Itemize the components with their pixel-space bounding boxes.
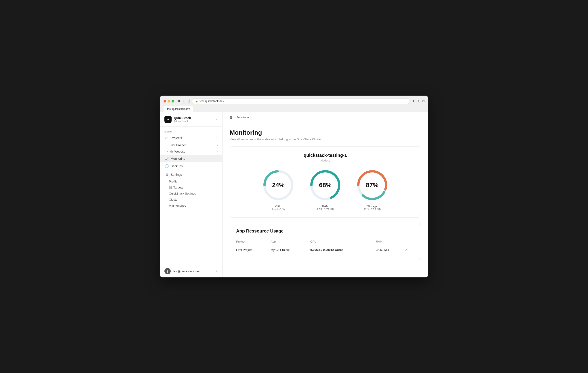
usage-title: App Ressource Usage xyxy=(236,228,414,234)
ram-gauge: 68% xyxy=(308,168,342,202)
brand-name: QuickStack xyxy=(174,116,191,120)
cpu-gauge: 24% xyxy=(262,168,295,202)
row-app: My Git Project xyxy=(271,245,310,254)
menu-section-label: Menu xyxy=(160,127,222,134)
dot-icon: • xyxy=(167,144,168,146)
brand-icon: ✦ xyxy=(164,116,172,123)
col-cpu: CPU xyxy=(310,238,376,245)
ram-name: RAM xyxy=(322,205,329,208)
cpu-center-text: 24% xyxy=(272,182,285,188)
first-project-label: First Project xyxy=(169,143,186,147)
tabs-button[interactable]: ⧉ xyxy=(422,99,424,104)
usage-card: App Ressource Usage Project App CPU RAM xyxy=(230,223,421,260)
browser-chrome: ⊞ ‹ › 🔒 test.quickstack.dev ⬆ ＋ ⧉ test.q… xyxy=(160,96,428,112)
external-link-icon[interactable]: ↗ xyxy=(405,248,407,251)
breadcrumb-separator: / xyxy=(234,116,235,119)
address-bar[interactable]: 🔒 test.quickstack.dev xyxy=(192,98,409,104)
user-info: j test@quickstack.dev xyxy=(164,268,200,274)
storage-name: Storage xyxy=(367,205,377,208)
sidebar-toggle-button[interactable]: ⊞ xyxy=(177,99,180,103)
sidebar-item-profile[interactable]: Profile xyxy=(160,178,222,185)
ram-metric: 68% RAM 2.55 / 3.73 GB xyxy=(308,168,342,211)
user-initial: j xyxy=(167,269,168,273)
page-subtitle: View all resources of the nodes which be… xyxy=(230,138,421,141)
sidebar-item-first-project[interactable]: • First Project › xyxy=(160,142,222,148)
url-text: test.quickstack.dev xyxy=(200,99,224,103)
row-cpu: 0.006% / 0.00012 Cores xyxy=(310,245,376,254)
back-button[interactable]: ‹ xyxy=(183,99,185,104)
new-tab-button[interactable]: ＋ xyxy=(417,99,420,104)
user-avatar: j xyxy=(164,268,171,274)
close-button[interactable] xyxy=(164,100,166,103)
user-email: test@quickstack.dev xyxy=(173,269,200,273)
browser-tab[interactable]: test.quickstack.dev xyxy=(164,106,193,112)
traffic-lights xyxy=(164,100,174,103)
sidebar-item-monitoring[interactable]: 📈 Monitoring xyxy=(160,155,222,162)
browser-window: ⊞ ‹ › 🔒 test.quickstack.dev ⬆ ＋ ⧉ test.q… xyxy=(160,96,428,277)
storage-metric: 87% Storage 32.3 / 37.2 GB xyxy=(356,168,389,211)
sidebar-item-backups[interactable]: 🕐 Backups xyxy=(160,162,222,170)
table-row: First Project My Git Project 0.006% / 0.… xyxy=(236,245,414,254)
sidebar-item-cluster[interactable]: Cluster xyxy=(160,197,222,203)
monitoring-label: Monitoring xyxy=(171,157,218,160)
my-website-label: My Website xyxy=(169,150,185,153)
minimize-button[interactable] xyxy=(168,100,170,103)
sidebar-item-projects[interactable]: 🗂 Projects + xyxy=(160,134,222,142)
ram-detail: 2.55 / 3.73 GB xyxy=(316,208,334,211)
quickstack-settings-label: QuickStack Settings xyxy=(169,192,196,195)
tab-label: test.quickstack.dev xyxy=(167,107,190,111)
breadcrumb: ⊞ / Monitoring xyxy=(222,112,428,123)
sidebar-item-s3-targets[interactable]: S3 Targets xyxy=(160,185,222,190)
monitoring-icon: 📈 xyxy=(164,156,169,161)
content-area: Monitoring View all resources of the nod… xyxy=(222,123,428,266)
layout-icon[interactable]: ⊞ xyxy=(230,115,232,120)
col-project: Project xyxy=(236,238,271,245)
col-actions xyxy=(405,238,414,245)
row-project: First Project xyxy=(236,245,271,254)
node-label: Node 1 xyxy=(237,159,413,162)
usage-table: Project App CPU RAM First Project My Git… xyxy=(236,238,414,254)
cpu-detail: Load: 0.49 xyxy=(272,208,285,211)
user-chevron-icon[interactable]: ∧ xyxy=(216,269,218,273)
storage-center-text: 87% xyxy=(366,182,378,188)
app-layout: ✦ QuickStack Admin Panel ∨ Menu 🗂 Projec… xyxy=(160,112,428,277)
projects-icon: 🗂 xyxy=(164,136,169,140)
ram-percent: 68% xyxy=(319,182,332,188)
share-button[interactable]: ⬆ xyxy=(412,99,415,104)
profile-label: Profile xyxy=(169,180,177,183)
settings-icon: ⚙ xyxy=(164,173,169,177)
col-ram: RAM xyxy=(376,238,405,245)
sidebar-header: ✦ QuickStack Admin Panel ∨ xyxy=(160,112,222,127)
sidebar-item-settings[interactable]: ⚙ Settings xyxy=(160,171,222,178)
sidebar-item-quickstack-settings[interactable]: QuickStack Settings xyxy=(160,190,222,197)
backups-label: Backups xyxy=(171,164,218,168)
node-name: quickstack-testing-1 xyxy=(237,153,413,158)
sidebar-item-maintenance[interactable]: Maintenance xyxy=(160,203,222,209)
sidebar-item-my-website[interactable]: • My Website › xyxy=(160,148,222,155)
storage-percent: 87% xyxy=(366,182,378,188)
dot-icon-2: • xyxy=(167,151,168,153)
metrics-row: 24% CPU Load: 0.49 xyxy=(237,168,413,211)
maximize-button[interactable] xyxy=(172,100,174,103)
row-action: ↗ xyxy=(405,245,414,254)
col-app: App xyxy=(271,238,310,245)
my-website-chevron-icon: › xyxy=(217,150,218,153)
brand-subtitle: Admin Panel xyxy=(174,120,191,122)
page-title: Monitoring xyxy=(230,129,421,136)
cpu-name: CPU xyxy=(275,205,281,208)
lock-icon: 🔒 xyxy=(195,100,198,103)
ram-center-text: 68% xyxy=(319,182,332,188)
settings-label: Settings xyxy=(171,173,218,176)
forward-button[interactable]: › xyxy=(188,99,190,104)
sidebar-brand: ✦ QuickStack Admin Panel xyxy=(164,116,191,123)
s3-targets-label: S3 Targets xyxy=(169,186,183,189)
brand-chevron-icon[interactable]: ∨ xyxy=(216,118,218,121)
add-project-icon[interactable]: + xyxy=(216,136,218,140)
projects-label: Projects xyxy=(171,136,214,140)
storage-detail: 32.3 / 37.2 GB xyxy=(364,208,381,211)
breadcrumb-current: Monitoring xyxy=(237,116,251,119)
backups-icon: 🕐 xyxy=(164,164,169,168)
row-ram: 34.63 MB xyxy=(376,245,405,254)
cpu-metric: 24% CPU Load: 0.49 xyxy=(262,168,295,211)
maintenance-label: Maintenance xyxy=(169,204,186,207)
